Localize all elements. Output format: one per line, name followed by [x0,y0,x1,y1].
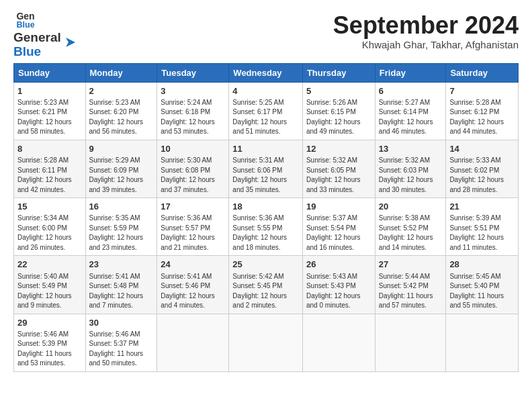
day-info: Sunrise: 5:44 AM Sunset: 5:42 PM Dayligh… [379,272,443,311]
day-number: 25 [232,259,299,271]
day-info: Sunrise: 5:27 AM Sunset: 6:14 PM Dayligh… [379,98,443,137]
logo-general: General [13,31,61,45]
day-number: 27 [379,259,443,271]
day-number: 24 [161,259,225,271]
day-number: 11 [232,143,299,155]
day-info: Sunrise: 5:46 AM Sunset: 5:37 PM Dayligh… [89,330,154,369]
calendar-cell: 6Sunrise: 5:27 AM Sunset: 6:14 PM Daylig… [375,82,446,140]
day-info: Sunrise: 5:28 AM Sunset: 6:12 PM Dayligh… [449,98,515,137]
day-info: Sunrise: 5:41 AM Sunset: 5:46 PM Dayligh… [161,272,225,311]
page: General Blue General Blue September 2024… [0,0,532,379]
weekday-header-saturday: Saturday [446,63,519,82]
day-info: Sunrise: 5:33 AM Sunset: 6:02 PM Dayligh… [449,156,515,195]
day-info: Sunrise: 5:23 AM Sunset: 6:20 PM Dayligh… [89,98,154,137]
day-number: 15 [17,201,82,213]
day-number: 22 [17,259,82,271]
calendar-cell [229,314,303,371]
calendar-cell: 29Sunrise: 5:46 AM Sunset: 5:39 PM Dayli… [14,314,86,371]
day-info: Sunrise: 5:36 AM Sunset: 5:55 PM Dayligh… [232,214,299,253]
weekday-header-tuesday: Tuesday [157,63,229,82]
day-number: 9 [89,143,154,155]
calendar-cell: 4Sunrise: 5:25 AM Sunset: 6:17 PM Daylig… [229,82,303,140]
week-row-3: 15Sunrise: 5:34 AM Sunset: 6:00 PM Dayli… [14,198,519,256]
day-info: Sunrise: 5:29 AM Sunset: 6:09 PM Dayligh… [89,156,154,195]
day-info: Sunrise: 5:45 AM Sunset: 5:40 PM Dayligh… [449,272,515,311]
day-number: 2 [89,85,154,97]
calendar-body: 1Sunrise: 5:23 AM Sunset: 6:21 PM Daylig… [14,82,519,371]
calendar-cell: 16Sunrise: 5:35 AM Sunset: 5:59 PM Dayli… [85,198,157,256]
weekday-header-wednesday: Wednesday [229,63,303,82]
day-number: 5 [306,85,371,97]
svg-text:Blue: Blue [16,20,34,28]
calendar-cell: 7Sunrise: 5:28 AM Sunset: 6:12 PM Daylig… [446,82,519,140]
day-number: 18 [232,201,299,213]
logo-area: General Blue General Blue [13,12,78,59]
day-info: Sunrise: 5:42 AM Sunset: 5:45 PM Dayligh… [232,272,299,311]
calendar-cell: 5Sunrise: 5:26 AM Sunset: 6:15 PM Daylig… [302,82,375,140]
calendar-cell: 17Sunrise: 5:36 AM Sunset: 5:57 PM Dayli… [157,198,229,256]
day-info: Sunrise: 5:41 AM Sunset: 5:48 PM Dayligh… [89,272,154,311]
day-number: 26 [306,259,371,271]
day-number: 10 [161,143,225,155]
day-info: Sunrise: 5:34 AM Sunset: 6:00 PM Dayligh… [17,214,82,253]
logo: General Blue General Blue [13,12,78,59]
week-row-5: 29Sunrise: 5:46 AM Sunset: 5:39 PM Dayli… [14,314,519,371]
calendar-cell: 28Sunrise: 5:45 AM Sunset: 5:40 PM Dayli… [446,256,519,314]
calendar-cell: 18Sunrise: 5:36 AM Sunset: 5:55 PM Dayli… [229,198,303,256]
calendar-header: SundayMondayTuesdayWednesdayThursdayFrid… [14,63,519,82]
calendar-cell: 10Sunrise: 5:30 AM Sunset: 6:08 PM Dayli… [157,140,229,197]
day-number: 30 [89,317,154,329]
calendar-cell: 20Sunrise: 5:38 AM Sunset: 5:52 PM Dayli… [375,198,446,256]
weekday-header-monday: Monday [85,63,157,82]
day-number: 16 [89,201,154,213]
day-info: Sunrise: 5:30 AM Sunset: 6:08 PM Dayligh… [161,156,225,195]
day-info: Sunrise: 5:26 AM Sunset: 6:15 PM Dayligh… [306,98,371,137]
day-number: 29 [17,317,82,329]
calendar-cell [375,314,446,371]
day-number: 3 [161,85,225,97]
day-number: 6 [379,85,443,97]
calendar-cell: 30Sunrise: 5:46 AM Sunset: 5:37 PM Dayli… [85,314,157,371]
calendar-cell: 12Sunrise: 5:32 AM Sunset: 6:05 PM Dayli… [302,140,375,197]
day-number: 8 [17,143,82,155]
calendar-cell: 15Sunrise: 5:34 AM Sunset: 6:00 PM Dayli… [14,198,86,256]
week-row-1: 1Sunrise: 5:23 AM Sunset: 6:21 PM Daylig… [14,82,519,140]
day-number: 21 [449,201,515,213]
day-number: 19 [306,201,371,213]
day-info: Sunrise: 5:39 AM Sunset: 5:51 PM Dayligh… [449,214,515,253]
location-subtitle: Khwajah Ghar, Takhar, Afghanistan [333,39,519,50]
day-number: 4 [232,85,299,97]
calendar-cell: 8Sunrise: 5:28 AM Sunset: 6:11 PM Daylig… [14,140,86,197]
calendar-cell: 14Sunrise: 5:33 AM Sunset: 6:02 PM Dayli… [446,140,519,197]
day-number: 12 [306,143,371,155]
calendar-cell: 2Sunrise: 5:23 AM Sunset: 6:20 PM Daylig… [85,82,157,140]
day-info: Sunrise: 5:32 AM Sunset: 6:03 PM Dayligh… [379,156,443,195]
header: General Blue General Blue September 2024… [13,12,519,59]
day-info: Sunrise: 5:46 AM Sunset: 5:39 PM Dayligh… [17,330,82,369]
calendar-cell: 23Sunrise: 5:41 AM Sunset: 5:48 PM Dayli… [85,256,157,314]
day-info: Sunrise: 5:25 AM Sunset: 6:17 PM Dayligh… [232,98,299,137]
day-number: 23 [89,259,154,271]
calendar-cell: 11Sunrise: 5:31 AM Sunset: 6:06 PM Dayli… [229,140,303,197]
day-info: Sunrise: 5:28 AM Sunset: 6:11 PM Dayligh… [17,156,82,195]
day-info: Sunrise: 5:24 AM Sunset: 6:18 PM Dayligh… [161,98,225,137]
week-row-4: 22Sunrise: 5:40 AM Sunset: 5:49 PM Dayli… [14,256,519,314]
calendar-table: SundayMondayTuesdayWednesdayThursdayFrid… [13,63,519,372]
weekday-header-friday: Friday [375,63,446,82]
svg-marker-2 [66,38,75,47]
day-number: 20 [379,201,443,213]
calendar-cell [446,314,519,371]
day-info: Sunrise: 5:31 AM Sunset: 6:06 PM Dayligh… [232,156,299,195]
day-info: Sunrise: 5:43 AM Sunset: 5:43 PM Dayligh… [306,272,371,311]
weekday-header-row: SundayMondayTuesdayWednesdayThursdayFrid… [14,63,519,82]
calendar-cell: 3Sunrise: 5:24 AM Sunset: 6:18 PM Daylig… [157,82,229,140]
calendar-cell [302,314,375,371]
day-info: Sunrise: 5:23 AM Sunset: 6:21 PM Dayligh… [17,98,82,137]
day-number: 7 [449,85,515,97]
calendar-cell: 19Sunrise: 5:37 AM Sunset: 5:54 PM Dayli… [302,198,375,256]
day-number: 1 [17,85,82,97]
calendar-cell: 22Sunrise: 5:40 AM Sunset: 5:49 PM Dayli… [14,256,86,314]
day-info: Sunrise: 5:40 AM Sunset: 5:49 PM Dayligh… [17,272,82,311]
month-title: September 2024 [333,12,519,39]
day-number: 17 [161,201,225,213]
